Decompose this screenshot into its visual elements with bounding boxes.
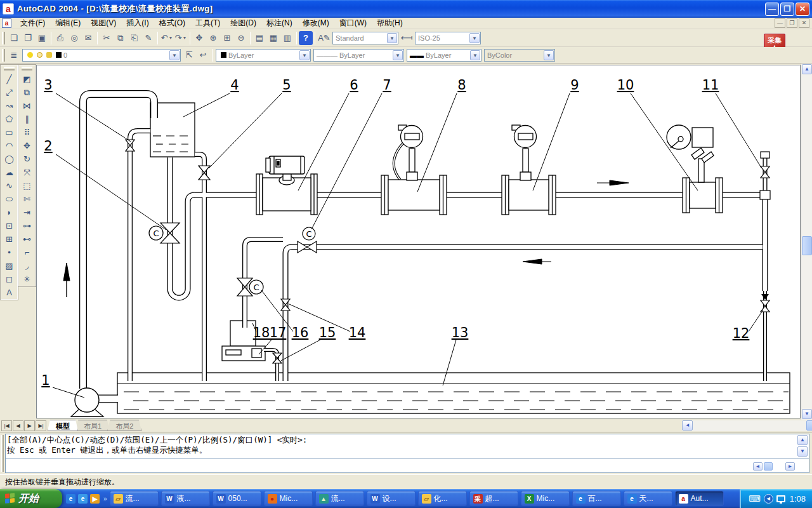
task-button-12[interactable]: aAut... — [675, 491, 724, 506]
start-button[interactable]: 开始 — [0, 489, 62, 508]
hatch-tool[interactable]: ▨ — [2, 259, 17, 272]
polyline-tool[interactable]: ↝ — [2, 99, 17, 112]
extend-tool[interactable]: ⇥ — [20, 206, 35, 219]
task-button-8[interactable]: 采超... — [469, 491, 518, 506]
minimize-button[interactable]: — — [765, 3, 779, 16]
tab-nav-button-3[interactable]: ▶ — [24, 420, 35, 431]
menu-item-11[interactable]: 帮助(H) — [372, 17, 408, 30]
command-splitter[interactable] — [6, 458, 809, 459]
task-button-4[interactable]: ●Mic... — [264, 491, 313, 506]
command-hscroll-thumb[interactable] — [764, 462, 773, 471]
task-button-2[interactable]: W液... — [161, 491, 210, 506]
zoom-previous-icon[interactable]: ⊖ — [234, 31, 248, 45]
undo-icon[interactable]: ↶▼ — [160, 31, 174, 45]
task-button-6[interactable]: W设... — [367, 491, 416, 506]
copy-object-tool[interactable]: ⧉ — [20, 86, 35, 99]
rectangle-tool[interactable]: ▭ — [2, 126, 17, 139]
quick-launch-chevron-icon[interactable]: » — [103, 495, 107, 502]
offset-tool[interactable]: ∥ — [20, 112, 35, 126]
command-window-grip[interactable] — [1, 435, 4, 472]
save-icon[interactable]: ▣ — [35, 31, 49, 45]
open-icon[interactable]: ❐ — [21, 31, 35, 45]
quicklaunch-explorer-icon[interactable]: e — [78, 494, 88, 504]
task-button-9[interactable]: XMic... — [521, 491, 570, 506]
region-tool[interactable]: ◻ — [2, 272, 17, 286]
color-combo[interactable]: ByLayer▼ — [216, 49, 311, 62]
help-icon[interactable]: ? — [299, 31, 313, 45]
command-history[interactable]: [全部(A)/中心点(C)/动态(D)/范围(E)/上一个(P)/比例(S)/窗… — [7, 435, 796, 457]
quicklaunch-ie-icon[interactable]: e — [66, 494, 75, 504]
command-scroll-right[interactable]: ► — [785, 462, 795, 471]
menu-item-1[interactable]: 文件(F) — [15, 17, 50, 30]
command-vscrollbar[interactable]: ▲ ▼ — [797, 435, 808, 458]
task-button-10[interactable]: e百... — [572, 491, 621, 506]
command-scroll-left[interactable]: ◄ — [753, 462, 763, 471]
array-tool[interactable]: ⠿ — [20, 126, 35, 139]
restore-button[interactable]: ❐ — [780, 3, 794, 16]
make-block-tool[interactable]: ⊞ — [2, 232, 17, 246]
spline-tool[interactable]: ∿ — [2, 179, 17, 192]
layer-manager-icon[interactable]: ≣ — [7, 48, 21, 62]
menu-item-3[interactable]: 视图(V) — [86, 17, 121, 30]
lineweight-combo[interactable]: ▬▬ ByLayer▼ — [407, 49, 481, 62]
explode-tool[interactable]: ✳ — [20, 272, 35, 286]
copy-icon[interactable]: ⧉ — [114, 31, 128, 45]
print-icon[interactable]: ⎙ — [53, 31, 67, 45]
language-bar-icon[interactable]: ◄ — [764, 494, 773, 504]
document-icon[interactable]: a — [2, 18, 11, 28]
construction-line-tool[interactable]: ⤢ — [2, 86, 17, 99]
redo-icon[interactable]: ↷▼ — [174, 31, 188, 45]
line-tool[interactable]: ╱ — [2, 72, 17, 86]
toolbar-grip[interactable] — [2, 49, 5, 62]
keyboard-tray-icon[interactable]: ⌨ — [749, 494, 761, 504]
mtext-tool[interactable]: A — [2, 286, 17, 299]
cut-icon[interactable]: ✂ — [100, 31, 114, 45]
zoom-realtime-icon[interactable]: ⊕ — [206, 31, 220, 45]
close-button[interactable]: ✕ — [796, 3, 809, 16]
task-button-7[interactable]: ▱化... — [418, 491, 467, 506]
pan-icon[interactable]: ✥ — [192, 31, 206, 45]
tool-palettes-icon[interactable]: ▥ — [280, 31, 294, 45]
paste-icon[interactable]: ⎗ — [128, 31, 141, 45]
tab-layout1[interactable]: 布局1 — [75, 420, 110, 431]
task-button-11[interactable]: e天... — [624, 491, 672, 506]
zoom-window-icon[interactable]: ⊞ — [220, 31, 234, 45]
new-icon[interactable]: ❏ — [7, 31, 21, 45]
task-button-3[interactable]: W050... — [213, 491, 261, 506]
doc-restore-button[interactable]: ❐ — [787, 18, 797, 28]
menu-item-2[interactable]: 编辑(E) — [50, 17, 86, 30]
publish-icon[interactable]: ✉ — [81, 31, 95, 45]
mirror-tool[interactable]: ⋈ — [20, 99, 35, 112]
scale-tool[interactable]: ⤧ — [20, 166, 35, 179]
revision-cloud-tool[interactable]: ☁ — [2, 166, 17, 179]
tab-model[interactable]: 模型 — [48, 420, 78, 431]
make-layer-current-icon[interactable]: ⇱ — [182, 48, 196, 62]
scroll-up-button[interactable]: ▲ — [802, 64, 812, 74]
menu-item-10[interactable]: 窗口(W) — [334, 17, 372, 30]
move-tool[interactable]: ✥ — [20, 139, 35, 152]
menu-item-9[interactable]: 修改(M) — [298, 17, 334, 30]
vertical-scrollbar[interactable]: ▲ ▼ — [801, 64, 812, 420]
linetype-combo[interactable]: ——— ByLayer▼ — [313, 49, 404, 62]
scroll-down-button[interactable]: ▼ — [802, 409, 812, 419]
text-style-icon[interactable]: A✎ — [317, 31, 331, 45]
break-at-point-tool[interactable]: ⊶ — [20, 219, 35, 232]
erase-tool[interactable]: ◩ — [20, 72, 35, 86]
trim-tool[interactable]: ✄ — [20, 192, 35, 206]
match-properties-icon[interactable]: ✎ — [141, 31, 155, 45]
ellipse-tool[interactable]: ⬭ — [2, 192, 17, 206]
horizontal-scroll-thumb[interactable] — [806, 420, 812, 431]
menu-item-6[interactable]: 工具(T) — [190, 17, 225, 30]
fillet-tool[interactable]: ◞ — [20, 259, 35, 272]
chamfer-tool[interactable]: ⌐ — [20, 246, 35, 259]
drawing-canvas[interactable]: CCC123456789101112131415161718 — [36, 65, 801, 418]
command-scroll-down[interactable]: ▼ — [797, 446, 808, 457]
dim-style-combo[interactable]: ISO-25▼ — [415, 32, 481, 44]
command-input[interactable] — [7, 460, 752, 471]
layer-on-bulb-icon[interactable] — [27, 52, 33, 58]
text-style-combo[interactable]: Standard▼ — [332, 32, 398, 44]
layer-freeze-icon[interactable] — [37, 52, 43, 58]
tab-layout2[interactable]: 布局2 — [107, 420, 141, 431]
layer-combo[interactable]: 0 ▼ — [22, 49, 181, 62]
point-tool[interactable]: • — [2, 246, 17, 259]
